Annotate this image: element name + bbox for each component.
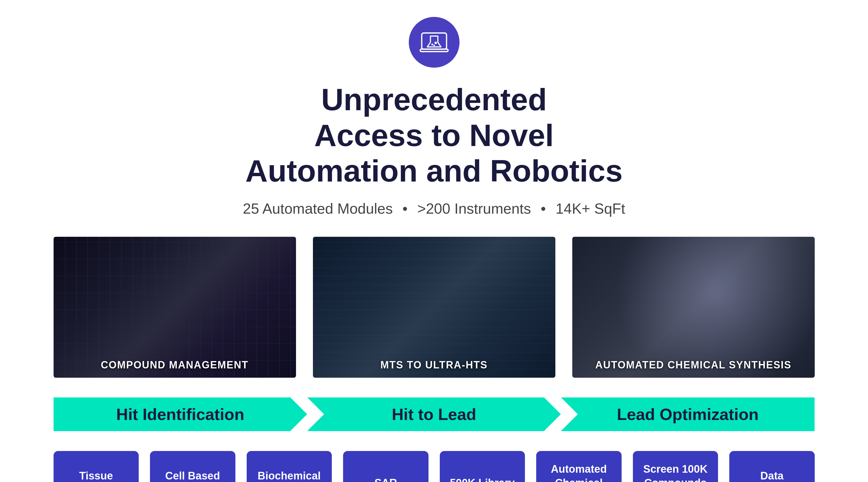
- bottom-cards-row: Tissue Culture Cell Based Assays Biochem…: [54, 451, 815, 482]
- dot-separator-2: •: [541, 200, 546, 217]
- svg-point-4: [434, 42, 437, 44]
- pipeline-arrows: Hit Identification Hit to Lead Lead Opti…: [54, 397, 815, 431]
- instruments-stat: >200 Instruments: [417, 200, 531, 217]
- card-sar: SAR: [343, 451, 429, 482]
- dot-separator-1: •: [403, 200, 408, 217]
- stats-subtitle: 25 Automated Modules • >200 Instruments …: [243, 200, 625, 217]
- card-data-analysis: Data Analysis: [729, 451, 815, 482]
- sqft-stat: 14K+ SqFt: [556, 200, 625, 217]
- svg-rect-1: [420, 49, 448, 52]
- card-automated-chem-synth-label: Automated Chemical Synthesis: [545, 462, 613, 482]
- arrow-hit-to-lead: Hit to Lead: [307, 397, 561, 431]
- card-automated-chem-synth: Automated Chemical Synthesis: [536, 451, 622, 482]
- card-cell-based-assays: Cell Based Assays: [150, 451, 236, 482]
- mts-label: MTS TO ULTRA-HTS: [313, 352, 555, 378]
- compound-label: COMPOUND MANAGEMENT: [54, 352, 296, 378]
- arrow-hit-identification: Hit Identification: [54, 397, 307, 431]
- arrow-label-hit-id: Hit Identification: [94, 405, 267, 424]
- svg-point-5: [433, 44, 435, 46]
- synthesis-label: AUTOMATED CHEMICAL SYNTHESIS: [572, 352, 815, 378]
- card-500k-library: 500K Library: [440, 451, 525, 482]
- images-row: COMPOUND MANAGEMENT MTS TO ULTRA-HTS AUT…: [54, 237, 815, 378]
- arrow-lead-optimization: Lead Optimization: [561, 397, 815, 431]
- card-500k-library-label: 500K Library: [450, 476, 515, 482]
- mts-card: MTS TO ULTRA-HTS: [313, 237, 555, 378]
- card-data-analysis-label: Data Analysis: [738, 469, 806, 482]
- main-title: Unprecedented Access to Novel Automation…: [245, 82, 622, 189]
- modules-stat: 25 Automated Modules: [243, 200, 393, 217]
- card-tissue-culture-label: Tissue Culture: [62, 469, 130, 482]
- card-biochemical-assays: Biochemical Assays: [247, 451, 332, 482]
- compound-management-card: COMPOUND MANAGEMENT: [54, 237, 296, 378]
- card-sar-label: SAR: [374, 476, 397, 482]
- synthesis-card: AUTOMATED CHEMICAL SYNTHESIS: [572, 237, 815, 378]
- card-biochemical-assays-label: Biochemical Assays: [255, 469, 323, 482]
- lab-icon: [418, 27, 450, 58]
- svg-point-3: [431, 43, 433, 45]
- card-screen-100k-label: Screen 100K Compounds Per Day: [641, 462, 710, 482]
- arrow-label-lead-opt: Lead Optimization: [594, 405, 781, 424]
- card-tissue-culture: Tissue Culture: [54, 451, 139, 482]
- logo-circle: [409, 17, 460, 68]
- card-screen-100k: Screen 100K Compounds Per Day: [633, 451, 718, 482]
- arrow-label-hit-lead: Hit to Lead: [369, 405, 499, 424]
- card-cell-based-assays-label: Cell Based Assays: [158, 469, 227, 482]
